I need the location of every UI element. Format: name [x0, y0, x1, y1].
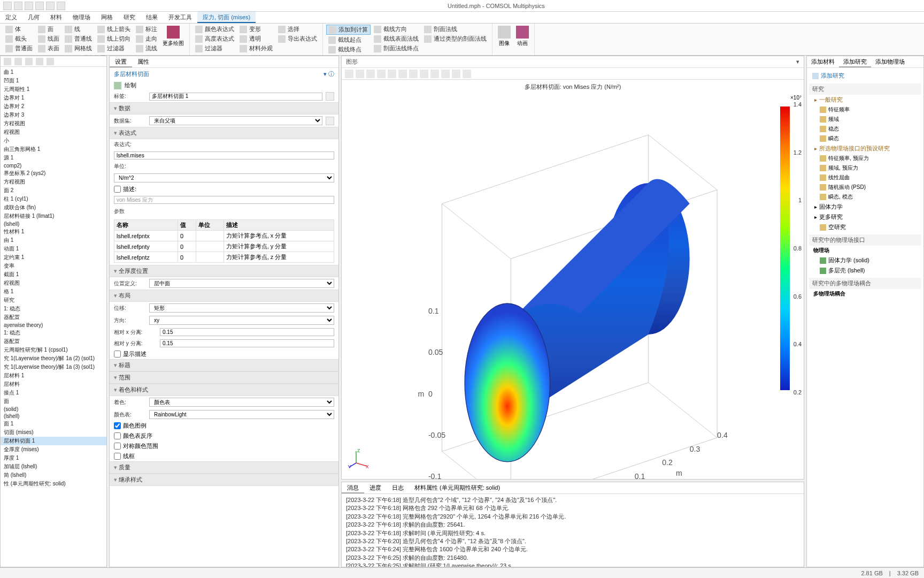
section-inherit[interactable]: 继承样式	[110, 474, 338, 486]
tree-preset[interactable]: ▸ 所选物理场接口的预设研究	[809, 143, 921, 154]
paste-icon[interactable]	[46, 2, 55, 10]
colortable-select[interactable]: RainbowLight	[149, 410, 334, 419]
tree-node[interactable]: 边界对 2	[1, 102, 106, 111]
nav-left-icon[interactable]	[4, 58, 11, 65]
section-range[interactable]: 范围	[110, 371, 338, 384]
right-tab-addphys[interactable]: 添加物理场	[871, 56, 909, 67]
tree-node[interactable]: 研究	[1, 296, 106, 305]
section-data[interactable]: 数据	[110, 102, 338, 115]
section-expr[interactable]: 表达式	[110, 127, 338, 139]
tree-node[interactable]: 面 2	[1, 186, 106, 195]
study-item[interactable]: 瞬态, 模态	[809, 192, 921, 202]
tree-general[interactable]: ▸ 一般研究	[809, 95, 921, 105]
right-tab-addmat[interactable]: 添加材料	[807, 56, 839, 67]
tree-node[interactable]: 由三角形网格 1	[1, 145, 106, 154]
showdesc-checkbox[interactable]	[114, 351, 121, 358]
posdef-select[interactable]: 层中面	[149, 279, 334, 288]
dataset-link-icon[interactable]	[326, 117, 334, 125]
tree-node[interactable]: 方程视图	[1, 119, 106, 128]
tree-node[interactable]: 动面 1	[1, 245, 106, 253]
ribbon-btn-matapp[interactable]: 材料外观	[237, 44, 275, 53]
desc-checkbox[interactable]	[114, 186, 121, 193]
ribbon-btn-heightexpr[interactable]: 高度表达式	[193, 34, 236, 43]
expression-input[interactable]	[114, 151, 334, 159]
transparency-icon[interactable]	[430, 70, 439, 78]
legend-checkbox[interactable]	[114, 422, 121, 429]
ribbon-btn-cutnorm[interactable]: 截线表面法线	[372, 34, 421, 43]
tree-node[interactable]: comp2)	[1, 162, 106, 169]
ribbon-tab-physics[interactable]: 物理场	[67, 12, 96, 23]
tree-node[interactable]: 柱 1 (cyl1)	[1, 195, 106, 203]
ribbon-btn-addcalc[interactable]: 添加到计算	[326, 25, 371, 35]
print-icon[interactable]	[463, 70, 471, 78]
plot-button[interactable]: 绘制	[125, 81, 136, 89]
tree-node[interactable]: (solid)	[1, 406, 106, 413]
ribbon-btn-filter[interactable]: 过滤器	[95, 44, 133, 53]
tree-node[interactable]: 截面 1	[1, 270, 106, 279]
eye-icon[interactable]	[47, 58, 54, 65]
ribbon-btn-cutend[interactable]: 截线终点	[326, 45, 371, 54]
tree-node[interactable]: 性材料 1	[1, 227, 106, 236]
ribbon-btn-transp[interactable]: 透明	[237, 34, 275, 43]
right-tab-addstudy[interactable]: 添加研究	[839, 56, 871, 67]
tree-node[interactable]: 器配置	[1, 337, 106, 346]
tree-node[interactable]: 曲 1	[1, 68, 106, 77]
ribbon-btn-stream[interactable]: 流线	[134, 44, 159, 53]
tree-solidmech[interactable]: ▸ 固体力学	[809, 202, 921, 212]
zoom-in-icon[interactable]	[356, 70, 364, 78]
undo-icon[interactable]	[14, 2, 22, 10]
plot-icon[interactable]	[114, 82, 121, 89]
redo-icon[interactable]	[25, 2, 33, 10]
nav-up-icon[interactable]	[25, 58, 33, 65]
tree-node[interactable]: 程视图	[1, 128, 106, 136]
ribbon-tab-geometry[interactable]: 几何	[22, 12, 45, 23]
dataset-select[interactable]: 来自父项	[149, 116, 322, 125]
tree-node[interactable]: 层材料 1	[1, 371, 106, 380]
study-item[interactable]: 特征频率	[809, 105, 921, 115]
study-item[interactable]: 线性屈曲	[809, 173, 921, 182]
save-icon[interactable]	[3, 2, 12, 10]
light-icon[interactable]	[420, 70, 428, 78]
ribbon-btn-image[interactable]: 图像	[496, 25, 513, 48]
tree-node[interactable]: 方程视图	[1, 178, 106, 186]
copy-icon[interactable]	[35, 2, 44, 10]
label-extra-icon[interactable]	[326, 92, 334, 101]
log-tab-progress[interactable]: 进度	[364, 482, 387, 493]
tree-node[interactable]: 界坐标系 2 (sys2)	[1, 169, 106, 178]
ribbon-tab-devtools[interactable]: 开发工具	[163, 12, 197, 23]
zoom-out-icon[interactable]	[366, 70, 375, 78]
tree-node[interactable]: 全厚度 (mises)	[1, 445, 106, 454]
tree-node[interactable]: 元周期性研究/解 1 (cpsol1)	[1, 346, 106, 354]
tree-node[interactable]: 格 1	[1, 287, 106, 296]
reverse-checkbox[interactable]	[114, 432, 121, 439]
tree-node[interactable]: 性 (单元周期性研究: solid)	[1, 480, 106, 488]
tree-node[interactable]: (lshell)	[1, 220, 106, 227]
camera-icon[interactable]	[441, 70, 450, 78]
physics-lshell[interactable]: 多层壳 (lshell)	[809, 265, 921, 276]
tree-node[interactable]: 面	[1, 397, 106, 406]
tree-node[interactable]: 凹面 1	[1, 77, 106, 85]
log-tab-matprops[interactable]: 材料属性 (单元周期性研究: solid)	[409, 482, 505, 493]
tree-node[interactable]: 小	[1, 136, 106, 145]
ribbon-btn-deform[interactable]: 变形	[237, 25, 275, 34]
tree-node[interactable]: 程视图	[1, 279, 106, 287]
tree-node[interactable]: 层材料	[1, 380, 106, 389]
delete-icon[interactable]	[57, 2, 65, 10]
tree-node[interactable]: 元周期性 1	[1, 85, 106, 94]
ribbon-btn-dir[interactable]: 走向	[134, 34, 159, 43]
tree-node[interactable]: 简 (lshell)	[1, 471, 106, 480]
ribbon-btn-planetype[interactable]: 通过类型的剖面法线	[422, 34, 489, 43]
tree-more[interactable]: ▸ 更多研究	[809, 212, 921, 222]
tab-properties[interactable]: 属性	[132, 56, 155, 67]
ribbon-btn-filter2[interactable]: 过滤器	[193, 44, 236, 53]
select-icon[interactable]	[409, 70, 418, 78]
tree-node[interactable]: 定约束 1	[1, 253, 106, 262]
ribbon-tab-mesh[interactable]: 网格	[96, 12, 118, 23]
tree-node[interactable]: 边界对 1	[1, 94, 106, 102]
wire-checkbox[interactable]	[114, 453, 121, 460]
ribbon-btn-export[interactable]: 导出表达式	[276, 34, 319, 43]
ribbon-btn-colorexpr[interactable]: 颜色表达式	[193, 25, 236, 34]
section-quality[interactable]: 质量	[110, 461, 338, 474]
tree-node[interactable]: 成联合体 (fin)	[1, 203, 106, 212]
ribbon-btn-slice[interactable]: 面	[36, 25, 61, 34]
